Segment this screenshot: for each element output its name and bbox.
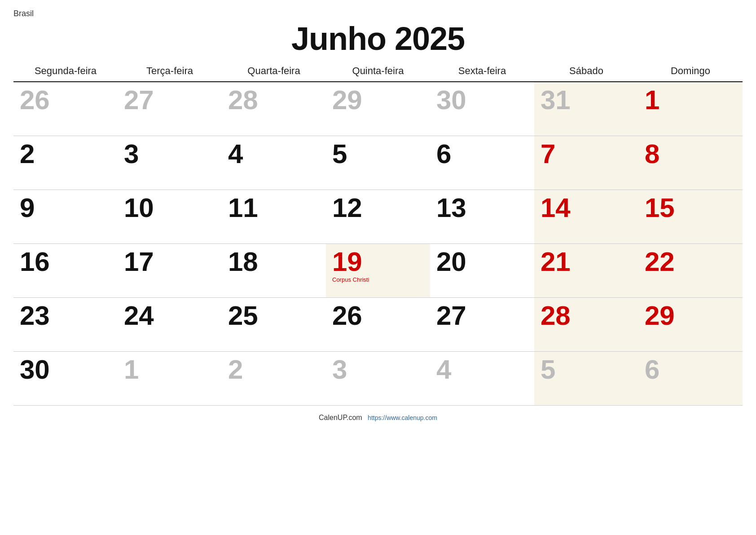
footer-url: https://www.calenup.com: [368, 414, 437, 421]
day-cell[interactable]: 20: [430, 243, 534, 297]
day-number: 25: [228, 301, 258, 331]
day-number: 27: [436, 301, 466, 331]
day-number: 2: [20, 139, 35, 169]
day-number: 12: [332, 193, 362, 223]
day-cell[interactable]: 21: [534, 243, 638, 297]
day-cell[interactable]: 4: [222, 136, 326, 190]
day-number: 23: [20, 301, 50, 331]
day-number: 5: [541, 354, 555, 385]
day-number: 6: [436, 139, 451, 169]
calendar-body: 2627282930311234567891011121314151617181…: [13, 82, 743, 405]
day-cell[interactable]: 17: [118, 243, 222, 297]
day-number: 6: [645, 354, 659, 385]
day-cell[interactable]: 9: [13, 190, 118, 243]
day-number: 31: [541, 85, 571, 115]
day-cell[interactable]: 19Corpus Christi: [326, 243, 430, 297]
header-s-bado: Sábado: [534, 62, 638, 82]
day-number: 3: [332, 354, 347, 385]
day-number: 8: [645, 139, 659, 169]
day-number: 5: [332, 139, 347, 169]
day-number: 20: [436, 247, 466, 277]
day-cell[interactable]: 2: [13, 136, 118, 190]
day-number: 26: [332, 301, 362, 331]
week-row-5: 23242526272829: [13, 297, 743, 351]
day-cell[interactable]: 14: [534, 190, 638, 243]
day-cell[interactable]: 28: [222, 82, 326, 136]
day-cell[interactable]: 15: [638, 190, 743, 243]
day-number: 22: [645, 247, 675, 277]
day-number: 30: [436, 85, 466, 115]
day-number: 2: [228, 354, 243, 385]
day-cell[interactable]: 1: [118, 351, 222, 405]
day-cell[interactable]: 27: [118, 82, 222, 136]
holiday-label: Corpus Christi: [332, 276, 424, 283]
day-number: 29: [645, 301, 675, 331]
day-cell[interactable]: 18: [222, 243, 326, 297]
day-number: 13: [436, 193, 466, 223]
day-cell[interactable]: 24: [118, 297, 222, 351]
header-quarta-feira: Quarta-feira: [222, 62, 326, 82]
day-number: 14: [541, 193, 571, 223]
day-cell[interactable]: 16: [13, 243, 118, 297]
day-cell[interactable]: 13: [430, 190, 534, 243]
day-number: 15: [645, 193, 675, 223]
week-row-4: 16171819Corpus Christi202122: [13, 243, 743, 297]
day-cell[interactable]: 30: [430, 82, 534, 136]
day-cell[interactable]: 5: [326, 136, 430, 190]
day-cell[interactable]: 6: [430, 136, 534, 190]
day-number: 27: [124, 85, 154, 115]
day-cell[interactable]: 27: [430, 297, 534, 351]
day-number: 16: [20, 247, 50, 277]
week-row-2: 2345678: [13, 136, 743, 190]
day-number: 21: [541, 247, 571, 277]
week-row-1: 2627282930311: [13, 82, 743, 136]
day-cell[interactable]: 12: [326, 190, 430, 243]
day-cell[interactable]: 26: [13, 82, 118, 136]
day-cell[interactable]: 4: [430, 351, 534, 405]
day-cell[interactable]: 1: [638, 82, 743, 136]
day-cell[interactable]: 10: [118, 190, 222, 243]
header-quinta-feira: Quinta-feira: [326, 62, 430, 82]
footer: CalenUP.com https://www.calenup.com: [13, 414, 743, 422]
header-sexta-feira: Sexta-feira: [430, 62, 534, 82]
day-number: 4: [436, 354, 451, 385]
day-cell[interactable]: 23: [13, 297, 118, 351]
day-number: 26: [20, 85, 50, 115]
header-segunda-feira: Segunda-feira: [13, 62, 118, 82]
day-cell[interactable]: 8: [638, 136, 743, 190]
week-row-3: 9101112131415: [13, 190, 743, 243]
day-number: 30: [20, 354, 50, 385]
day-cell[interactable]: 26: [326, 297, 430, 351]
day-cell[interactable]: 29: [326, 82, 430, 136]
country-label: Brasil: [13, 9, 743, 18]
day-cell[interactable]: 30: [13, 351, 118, 405]
day-number: 19: [332, 247, 362, 277]
day-cell[interactable]: 3: [118, 136, 222, 190]
day-number: 28: [228, 85, 258, 115]
calendar-table: Segunda-feiraTerça-feiraQuarta-feiraQuin…: [13, 62, 743, 406]
day-cell[interactable]: 6: [638, 351, 743, 405]
day-cell[interactable]: 7: [534, 136, 638, 190]
day-number: 3: [124, 139, 139, 169]
day-cell[interactable]: 31: [534, 82, 638, 136]
day-cell[interactable]: 22: [638, 243, 743, 297]
day-number: 10: [124, 193, 154, 223]
calendar-title: Junho 2025: [13, 20, 743, 57]
day-cell[interactable]: 3: [326, 351, 430, 405]
day-cell[interactable]: 5: [534, 351, 638, 405]
calendar-header: Segunda-feiraTerça-feiraQuarta-feiraQuin…: [13, 62, 743, 82]
day-number: 1: [645, 85, 659, 115]
day-number: 11: [228, 193, 258, 223]
day-number: 7: [541, 139, 555, 169]
day-number: 17: [124, 247, 154, 277]
day-number: 24: [124, 301, 154, 331]
week-row-6: 30123456: [13, 351, 743, 405]
day-number: 9: [20, 193, 35, 223]
day-cell[interactable]: 2: [222, 351, 326, 405]
day-cell[interactable]: 29: [638, 297, 743, 351]
day-cell[interactable]: 25: [222, 297, 326, 351]
header-domingo: Domingo: [638, 62, 743, 82]
day-number: 1: [124, 354, 139, 385]
day-cell[interactable]: 11: [222, 190, 326, 243]
day-cell[interactable]: 28: [534, 297, 638, 351]
